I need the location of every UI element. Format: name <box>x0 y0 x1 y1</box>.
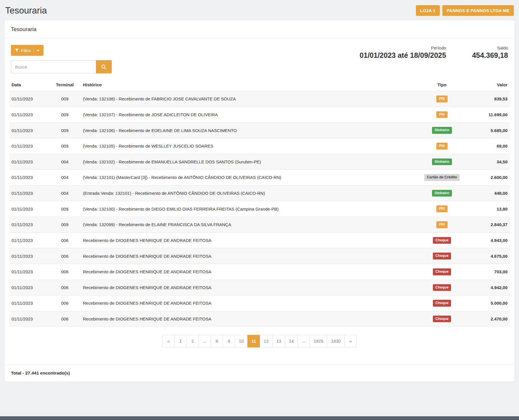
cell-terminal: 004 <box>49 170 81 186</box>
cell-valor: 69,00 <box>470 138 510 154</box>
cell-data: 01/11/2023 <box>9 232 49 248</box>
pagination-page[interactable]: 2 <box>186 335 199 348</box>
table-row: 01/11/2023006Recebimento de DIOGENES HEN… <box>9 295 510 311</box>
tipo-badge: PIX <box>436 205 447 212</box>
cell-tipo: PIX <box>414 91 470 107</box>
table-row: 01/11/2023004(Entrada Venda: 132101) - R… <box>9 185 510 201</box>
tipo-badge: PIX <box>436 221 447 228</box>
table-wrap: DataTerminalHistóricoTipoValor 01/11/202… <box>5 77 514 327</box>
cell-valor: 5.000,00 <box>470 295 510 311</box>
cell-valor: 839,53 <box>470 91 510 107</box>
search-input[interactable] <box>11 60 96 73</box>
cell-historico: Recebimento de DIOGENES HENRIQUE DE ANDR… <box>81 232 414 248</box>
cell-historico: Recebimento de DIOGENES HENRIQUE DE ANDR… <box>81 264 414 280</box>
tipo-badge: Cheque <box>433 253 451 259</box>
tipo-badge: PIX <box>436 96 447 102</box>
periodo-stat: Período 01/01/2023 até 18/09/2025 <box>360 45 446 60</box>
pagination-page[interactable]: 13 <box>272 335 285 348</box>
cell-terminal: 006 <box>49 232 81 248</box>
pagination: «12...891011121314...18291830» <box>5 327 514 350</box>
table-row: 01/11/2023009(Venda: 132099) - Recebimen… <box>9 217 510 233</box>
filter-search-area: Filtro <box>11 45 112 73</box>
cell-historico: (Venda: 132102) - Recebimento de EMANUEL… <box>81 154 414 170</box>
filter-button[interactable]: Filtro <box>11 45 43 56</box>
cell-tipo: Cheque <box>414 264 470 280</box>
table-row: 01/11/2023004(Venda: 132101) (MasterCard… <box>9 170 510 186</box>
pagination-page[interactable]: 12 <box>260 335 273 348</box>
table-row: 01/11/2023006Recebimento de DIOGENES HEN… <box>9 232 510 248</box>
cell-historico: (Venda: 132107) - Recebimento de JOSE AD… <box>81 107 414 123</box>
transactions-table: DataTerminalHistóricoTipoValor 01/11/202… <box>9 79 510 327</box>
cell-terminal: 009 <box>49 138 81 154</box>
tipo-badge: Cheque <box>433 316 451 322</box>
company-button[interactable]: PANNOS E PANNOS LTDA ME <box>442 5 514 16</box>
tipo-badge: Dinheiro <box>432 190 452 197</box>
cell-data: 01/11/2023 <box>9 201 49 217</box>
cell-terminal: 009 <box>49 217 81 233</box>
cell-terminal: 006 <box>49 248 81 264</box>
tipo-badge: PIX <box>436 143 447 150</box>
total-footer: Total - 27.441 encontrado(s) <box>5 364 514 382</box>
tesouraria-card: Tesouraria Filtro <box>5 20 514 382</box>
cell-valor: 2.470,00 <box>470 311 510 327</box>
search-button[interactable] <box>96 60 112 73</box>
cell-data: 01/11/2023 <box>9 248 49 264</box>
pagination-page[interactable]: 10 <box>235 335 248 348</box>
table-row: 01/11/2023006Recebimento de DIOGENES HEN… <box>9 280 510 295</box>
table-row: 01/11/2023004(Venda: 132102) - Recebimen… <box>9 154 510 170</box>
cell-terminal: 009 <box>49 107 81 123</box>
cell-historico: (Venda: 132105) - Recebimento de WESLLEY… <box>81 138 414 154</box>
tipo-badge: Cheque <box>433 284 451 291</box>
cell-valor: 4.675,00 <box>470 248 510 264</box>
cell-valor: 448,00 <box>470 185 510 201</box>
search-icon <box>101 64 107 70</box>
tipo-badge: Cartão de Crédito <box>424 174 460 181</box>
cell-data: 01/11/2023 <box>9 280 49 295</box>
table-row: 01/11/2023009(Venda: 132107) - Recebimen… <box>9 107 510 123</box>
pagination-page[interactable]: 8 <box>211 335 223 348</box>
pagination-page[interactable]: 1830 <box>327 335 344 348</box>
table-row: 01/11/2023006Recebimento de DIOGENES HEN… <box>9 264 510 280</box>
table-row: 01/11/2023006Recebimento de DIOGENES HEN… <box>9 248 510 264</box>
store-button[interactable]: LOJA 1 <box>416 5 440 16</box>
cell-data: 01/11/2023 <box>9 185 49 201</box>
cell-terminal: 006 <box>49 264 81 280</box>
periodo-value: 01/01/2023 até 18/09/2025 <box>360 51 446 60</box>
cell-valor: 2.600,00 <box>470 170 510 186</box>
column-header-historico: Histórico <box>81 79 414 91</box>
header-buttons: LOJA 1 PANNOS E PANNOS LTDA ME <box>416 5 514 16</box>
table-row: 01/11/2023009(Venda: 132100) - Recebimen… <box>9 201 510 217</box>
pagination-next[interactable]: » <box>344 335 357 348</box>
cell-terminal: 006 <box>49 311 81 327</box>
table-row: 01/11/2023009(Venda: 132108) - Recebimen… <box>9 91 510 107</box>
cell-valor: 703,00 <box>470 264 510 280</box>
table-row: 01/11/2023006Recebimento de DIOGENES HEN… <box>9 311 510 327</box>
tipo-badge: Cheque <box>433 237 451 244</box>
cell-tipo: Cheque <box>414 248 470 264</box>
cell-terminal: 009 <box>49 91 81 107</box>
cell-historico: (Venda: 132101) (MasterCard [3]) - Receb… <box>81 170 414 186</box>
table-header-row: DataTerminalHistóricoTipoValor <box>9 79 510 91</box>
cell-valor: 13,80 <box>470 201 510 217</box>
pagination-page[interactable]: 11 <box>247 335 260 348</box>
cell-tipo: PIX <box>414 201 470 217</box>
pagination-page[interactable]: 1829 <box>310 335 327 348</box>
cell-historico: Recebimento de DIOGENES HENRIQUE DE ANDR… <box>81 311 414 327</box>
cell-historico: Recebimento de DIOGENES HENRIQUE DE ANDR… <box>81 248 414 264</box>
pagination-page[interactable]: 14 <box>285 335 298 348</box>
cell-historico: (Venda: 132099) - Recebimento de ELAINE … <box>81 217 414 233</box>
pagination-page[interactable]: 9 <box>223 335 235 348</box>
cell-data: 01/11/2023 <box>9 264 49 280</box>
cell-data: 01/11/2023 <box>9 107 49 123</box>
cell-terminal: 009 <box>49 123 81 138</box>
summary-stats: Período 01/01/2023 até 18/09/2025 Saldo … <box>360 45 508 60</box>
pagination-prev[interactable]: « <box>162 335 175 348</box>
bottom-bar <box>0 416 519 420</box>
cell-valor: 11.699,00 <box>470 107 510 123</box>
cell-terminal: 004 <box>49 154 81 170</box>
cell-tipo: Cheque <box>414 311 470 327</box>
cell-valor: 2.840,37 <box>470 217 510 233</box>
column-header-data: Data <box>9 79 49 91</box>
pagination-page[interactable]: 1 <box>174 335 187 348</box>
cell-tipo: Cheque <box>414 295 470 311</box>
